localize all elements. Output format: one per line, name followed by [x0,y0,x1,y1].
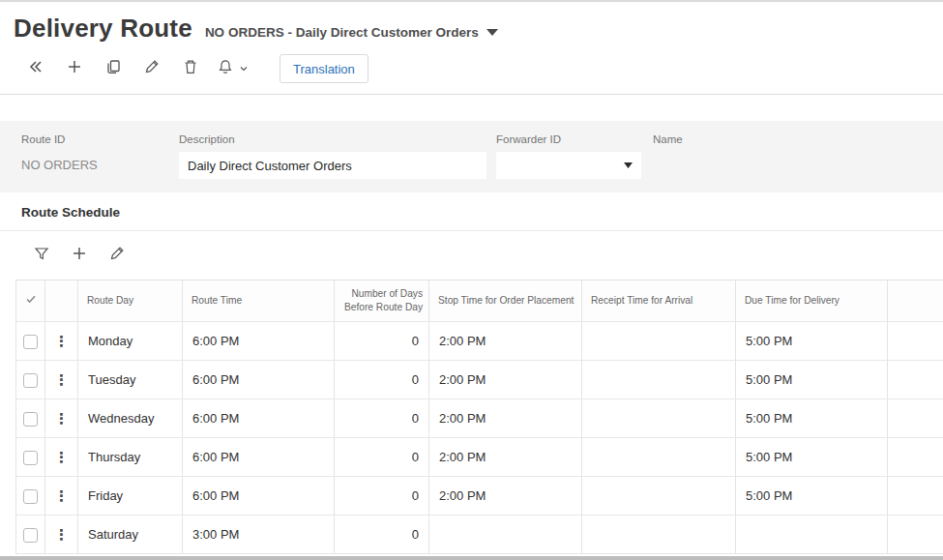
main-toolbar: Translation [0,45,943,94]
app-window: Delivery Route NO ORDERS - Daily Direct … [0,0,943,560]
chevron-down-icon [239,64,249,74]
cell-stop-time[interactable]: 2:00 PM [429,438,582,477]
forwarder-label: Forwarder ID [496,133,653,145]
col-header-days-before[interactable]: Number of Days Before Route Day [335,280,429,322]
forwarder-dropdown[interactable] [496,152,641,179]
col-header-due-time[interactable]: Due Time for Delivery [736,280,888,322]
pencil-icon [108,245,126,266]
row-actions-icon[interactable]: ⋮ [54,526,69,543]
name-label: Name [653,133,943,145]
row-actions-icon[interactable]: ⋮ [54,371,69,388]
col-header-stop-time[interactable]: Stop Time for Order Placement [429,280,582,322]
table-row: ⋮ Tuesday 6:00 PM 0 2:00 PM 5:00 PM [16,361,943,399]
spacer [0,95,943,121]
copy-record-button[interactable] [101,56,126,81]
summary-form: Route ID NO ORDERS Description Forwarder… [0,121,943,192]
cell-stop-time[interactable] [429,516,582,554]
table-row: ⋮ Monday 6:00 PM 0 2:00 PM 5:00 PM [16,322,943,361]
row-actions-icon[interactable]: ⋮ [54,449,69,465]
cell-route-day[interactable]: Friday [78,477,183,516]
cell-receipt-time[interactable] [582,399,736,438]
description-input[interactable] [179,152,486,179]
cell-route-day[interactable]: Wednesday [78,399,183,438]
cell-due-time[interactable]: 5:00 PM [736,438,888,477]
col-header-route-day[interactable]: Route Day [78,280,183,322]
cell-route-day[interactable]: Tuesday [78,361,183,399]
cell-stop-time[interactable]: 2:00 PM [429,477,582,516]
cell-route-day[interactable]: Saturday [78,516,183,554]
add-record-button[interactable] [62,56,87,81]
edit-record-button[interactable] [139,56,164,81]
delete-record-button[interactable] [178,56,203,81]
notifications-button[interactable] [217,58,249,79]
horizontal-scrollbar[interactable] [0,556,943,560]
row-actions-icon[interactable]: ⋮ [54,487,69,504]
col-header-receipt-time[interactable]: Receipt Time for Arrival [582,280,736,322]
record-selector[interactable]: NO ORDERS - Daily Direct Customer Orders [205,25,498,40]
cell-days-before[interactable]: 0 [335,438,429,477]
plus-icon [66,58,83,79]
description-field: Description [179,133,496,192]
chevrons-left-icon [27,58,44,79]
cell-route-time[interactable]: 6:00 PM [183,477,335,516]
row-checkbox[interactable] [23,451,38,465]
plus-icon [71,245,88,266]
cell-days-before[interactable]: 0 [335,399,429,438]
cell-due-time[interactable]: 5:00 PM [736,322,888,361]
add-row-button[interactable] [67,243,92,268]
copy-icon [104,58,122,79]
table-row: ⋮ Saturday 3:00 PM 0 [16,516,943,554]
caret-down-icon [486,29,498,36]
row-checkbox[interactable] [23,412,38,427]
cell-route-day[interactable]: Thursday [78,438,183,477]
cell-due-time[interactable]: 5:00 PM [736,361,888,399]
select-all-header[interactable] [16,280,45,322]
caret-down-icon [624,162,641,168]
page-header: Delivery Route NO ORDERS - Daily Direct … [0,2,943,45]
cell-stop-time[interactable]: 2:00 PM [429,322,582,361]
translation-button[interactable]: Translation [280,54,368,83]
record-selector-label: NO ORDERS - Daily Direct Customer Orders [205,25,479,40]
row-checkbox[interactable] [23,489,38,504]
col-header-route-time[interactable]: Route Time [183,280,335,322]
cell-stop-time[interactable]: 2:00 PM [429,399,582,438]
cell-route-time[interactable]: 6:00 PM [183,399,335,438]
table-row: ⋮ Thursday 6:00 PM 0 2:00 PM 5:00 PM [16,438,943,477]
row-actions-icon[interactable]: ⋮ [54,410,69,427]
route-id-field: Route ID NO ORDERS [21,133,179,192]
cell-route-time[interactable]: 6:00 PM [183,322,335,361]
cell-route-time[interactable]: 6:00 PM [183,438,335,477]
row-actions-header [45,280,78,322]
cell-receipt-time[interactable] [582,477,736,516]
filler-header [888,280,943,322]
bell-icon [217,58,234,79]
cell-route-time[interactable]: 6:00 PM [183,361,335,399]
row-checkbox[interactable] [23,335,38,349]
collapse-toolbar-button[interactable] [23,56,48,81]
route-schedule-title: Route Schedule [0,192,943,231]
grid-toolbar [0,231,943,280]
cell-due-time[interactable] [736,516,888,554]
cell-days-before[interactable]: 0 [335,322,429,361]
row-checkbox[interactable] [23,373,38,388]
forwarder-field: Forwarder ID [496,133,653,192]
cell-receipt-time[interactable] [582,361,736,399]
cell-days-before[interactable]: 0 [335,361,429,399]
cell-route-day[interactable]: Monday [78,322,183,361]
cell-stop-time[interactable]: 2:00 PM [429,361,582,399]
check-icon [25,296,37,307]
cell-days-before[interactable]: 0 [335,516,429,554]
cell-due-time[interactable]: 5:00 PM [736,477,888,516]
cell-receipt-time[interactable] [582,516,736,554]
filter-button[interactable] [29,243,54,268]
description-label: Description [179,133,496,145]
cell-route-time[interactable]: 3:00 PM [183,516,335,554]
cell-days-before[interactable]: 0 [335,477,429,516]
cell-receipt-time[interactable] [582,438,736,477]
edit-row-button[interactable] [104,243,130,268]
trash-icon [182,58,199,79]
row-checkbox[interactable] [23,528,38,543]
row-actions-icon[interactable]: ⋮ [54,333,69,349]
cell-due-time[interactable]: 5:00 PM [736,399,888,438]
cell-receipt-time[interactable] [582,322,736,361]
